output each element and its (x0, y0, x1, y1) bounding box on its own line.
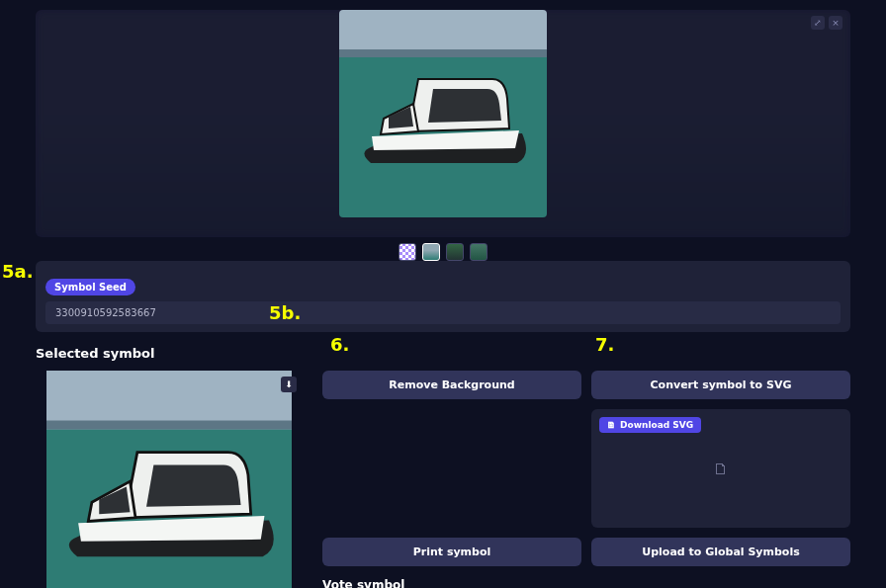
boat-illustration-large (36, 371, 303, 588)
svg-rect-1 (339, 49, 547, 57)
symbol-seed-value[interactable]: 3300910592583667 (45, 301, 841, 324)
download-svg-label: Download SVG (620, 420, 693, 430)
upload-global-button[interactable]: Upload to Global Symbols (591, 538, 850, 566)
close-icon[interactable]: × (829, 16, 842, 30)
download-svg-button[interactable]: 🗎 Download SVG (599, 417, 701, 433)
symbol-seed-panel: Symbol Seed 3300910592583667 (36, 261, 850, 332)
svg-placeholder-icon: 🗋 (713, 460, 729, 478)
convert-svg-button[interactable]: Convert symbol to SVG (591, 371, 850, 399)
svg-preview-box: 🗎 Download SVG 🗋 (591, 409, 850, 528)
thumbnail-1[interactable] (399, 243, 416, 261)
thumbnail-2-active[interactable] (422, 243, 440, 261)
selected-symbol-image: ⬇ (36, 371, 303, 588)
file-icon: 🗎 (607, 420, 616, 430)
thumbnail-3[interactable] (446, 243, 464, 261)
expand-icon[interactable]: ⤢ (811, 16, 825, 30)
selected-symbol-title: Selected symbol (36, 346, 850, 361)
thumbnail-strip (36, 243, 850, 261)
boat-illustration (339, 10, 547, 217)
generated-image-viewer: ⤢ × (36, 10, 850, 237)
thumbnail-4[interactable] (470, 243, 487, 261)
download-image-icon[interactable]: ⬇ (281, 377, 297, 392)
generated-image-main[interactable] (339, 10, 547, 217)
print-symbol-button[interactable]: Print symbol (322, 538, 581, 566)
svg-rect-4 (46, 421, 292, 430)
symbol-seed-label: Symbol Seed (45, 279, 135, 295)
vote-symbol-title: Vote symbol (322, 578, 850, 588)
remove-background-button[interactable]: Remove Background (322, 371, 581, 399)
